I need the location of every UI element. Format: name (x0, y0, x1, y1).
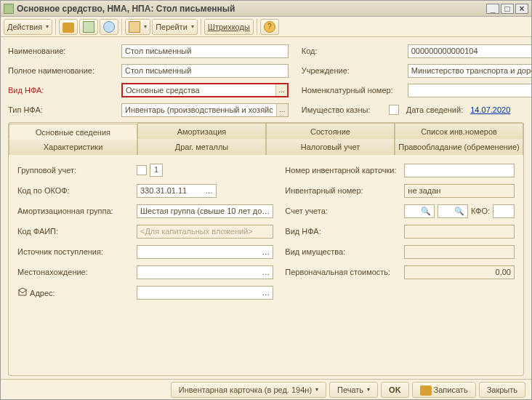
close-button[interactable]: × (515, 4, 528, 14)
faip-label: Код ФАИП: (17, 227, 134, 236)
save-icon (63, 21, 74, 33)
prop-kind-value (404, 245, 515, 259)
address-icon (17, 287, 28, 296)
treasury-label: Имущество казны: (302, 105, 382, 114)
fullname-label: Полное наименование: (8, 66, 117, 75)
card-label: Номер инвентарной карточки: (285, 166, 401, 175)
card-input[interactable] (404, 164, 515, 177)
close-footer-button[interactable]: Закрыть (479, 382, 525, 398)
refresh-icon-button[interactable] (100, 19, 118, 35)
group-label: Групповой учет: (17, 166, 134, 175)
ellipsis-button[interactable]: … (275, 84, 287, 96)
ellipsis-button[interactable]: … (262, 268, 270, 276)
lookup-icon[interactable]: 🔍 (454, 207, 464, 216)
ellipsis-button[interactable]: … (262, 247, 270, 256)
src-input[interactable]: … (137, 245, 273, 259)
name-label: Наименование: (8, 47, 117, 55)
ellipsis-button[interactable]: … (262, 207, 270, 215)
account-label: Счет учета: (285, 207, 401, 215)
nfa-kind-label: Вид НФА: (8, 86, 117, 95)
addr-input[interactable]: … (137, 286, 273, 300)
new-icon (83, 21, 94, 33)
prop-kind-label: Вид имущества: (285, 247, 401, 256)
tab-characteristics[interactable]: Характеристики (9, 139, 137, 155)
refresh-icon (103, 21, 115, 33)
kfo-label: КФО: (471, 207, 490, 215)
footer: Инвентарная карточка (в ред. 194н) Печат… (1, 379, 531, 399)
initcost-value: 0,00 (404, 265, 515, 279)
account-input[interactable]: 🔍 (404, 204, 435, 218)
tab-amortization[interactable]: Амортизация (137, 123, 266, 139)
save-icon (420, 384, 432, 396)
okof-input[interactable]: 330.31.01.11… (137, 184, 217, 198)
tab-state[interactable]: Состояние (266, 123, 395, 139)
code-input[interactable]: 000000000000104 (408, 44, 531, 58)
help-icon: ? (264, 21, 275, 33)
barcodes-button[interactable]: Штрихкоды (204, 19, 254, 35)
tab-row-1: Основные сведения Амортизация Состояние … (9, 123, 523, 139)
print-button[interactable]: Печать (329, 382, 378, 398)
goto-menu[interactable]: Перейти (152, 19, 198, 35)
institution-label: Учреждение: (302, 66, 403, 75)
ok-button[interactable]: OK (381, 382, 409, 398)
tab-main-info[interactable]: Основные сведения (9, 124, 137, 140)
save-button[interactable]: Записать (412, 382, 476, 398)
initcost-label: Первоначальная стоимость: (285, 268, 401, 276)
title-bar: Основное средство, НМА, НПА: Стол письме… (1, 1, 531, 17)
nfa-kind-input[interactable]: Основные средства… (121, 83, 289, 97)
tab-precious[interactable]: Драг. металлы (137, 139, 266, 155)
maximize-button[interactable]: □ (501, 4, 514, 14)
invnum-label: Инвентарный номер: (285, 186, 401, 195)
loc-label: Местонахождение: (17, 268, 134, 276)
date-label: Дата сведений: (406, 105, 463, 114)
tab-inv-list[interactable]: Список инв.номеров (395, 123, 523, 139)
ellipsis-button[interactable]: … (205, 186, 213, 195)
inventory-card-button[interactable]: Инвентарная карточка (в ред. 194н) (171, 382, 326, 398)
institution-input[interactable]: Министерство транспорта и доро› (408, 64, 531, 78)
window-title: Основное средство, НМА, НПА: Стол письме… (17, 4, 235, 14)
tab-rights[interactable]: Правообладание (обременение) (395, 139, 523, 155)
nfa-kind2-value (404, 225, 515, 239)
name-input[interactable]: Стол письменный (121, 44, 289, 58)
amort-input[interactable]: Шестая группа (свыше 10 лет до… (137, 204, 273, 218)
date-value[interactable]: 14.07.2020 (470, 105, 510, 114)
lookup-icon[interactable]: 🔍 (421, 207, 431, 216)
app-icon (4, 4, 14, 14)
nomnum-label: Номенклатурный номер: (302, 86, 403, 95)
group-count[interactable]: 1 (150, 164, 163, 177)
treasury-checkbox[interactable] (389, 105, 399, 115)
nomnum-input[interactable] (408, 84, 531, 97)
faip-input: <Для капитальных вложений> (137, 225, 273, 239)
kfo-input[interactable] (493, 204, 515, 218)
minimize-button[interactable]: _ (486, 4, 499, 14)
src-label: Источник поступления: (17, 247, 134, 256)
okof-label: Код по ОКОФ: (17, 186, 134, 195)
tab-row-2: Характеристики Драг. металлы Налоговый у… (9, 139, 523, 155)
save-icon-button[interactable] (59, 19, 78, 35)
help-button[interactable]: ? (260, 19, 279, 35)
amort-label: Амортизационная группа: (17, 207, 134, 215)
fullname-input[interactable]: Стол письменный (121, 64, 289, 78)
toolbar: Действия Перейти Штрихкоды ? (1, 17, 531, 37)
new-icon-button[interactable] (79, 19, 98, 35)
invnum-value: не задан (404, 184, 515, 198)
hand-icon (129, 21, 140, 33)
addr-label: Адрес: (17, 287, 134, 297)
nfa-type-label: Тип НФА: (8, 105, 117, 114)
code-label: Код: (302, 47, 403, 55)
nfa-kind2-label: Вид НФА: (285, 227, 401, 236)
account-sub-input[interactable]: 🔍 (438, 204, 468, 218)
ellipsis-button[interactable]: … (276, 104, 288, 116)
tab-tax[interactable]: Налоговый учет (266, 139, 395, 155)
nfa-type-input[interactable]: Инвентарь (производственный и хозяйс… (121, 103, 289, 117)
select-icon-button[interactable] (125, 19, 150, 35)
actions-menu[interactable]: Действия (4, 19, 52, 35)
loc-input[interactable]: … (137, 265, 273, 279)
ellipsis-button[interactable]: … (262, 288, 270, 297)
group-checkbox[interactable] (137, 165, 147, 175)
